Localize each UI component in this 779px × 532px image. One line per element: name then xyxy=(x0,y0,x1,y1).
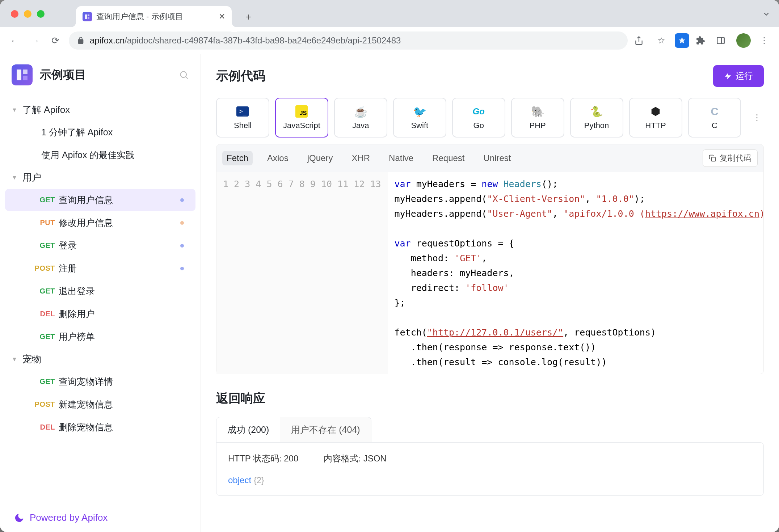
copy-code-button[interactable]: 复制代码 xyxy=(703,149,758,167)
lang-icon: ☕ xyxy=(354,105,367,118)
browser-tab[interactable]: 查询用户信息 - 示例项目 ✕ xyxy=(76,6,232,27)
item-label: 用户榜单 xyxy=(59,331,95,343)
lang-c[interactable]: CC xyxy=(688,98,741,138)
method-badge: GET xyxy=(26,196,55,204)
method-badge: GET xyxy=(26,287,55,295)
api-item[interactable]: DEL删除用户 xyxy=(5,303,195,325)
share-icon[interactable] xyxy=(634,36,648,45)
project-header: 示例项目 xyxy=(0,54,201,96)
reload-button[interactable]: ⟳ xyxy=(49,35,62,46)
lib-tab-fetch[interactable]: Fetch xyxy=(222,151,253,165)
lang-label: JavaScript xyxy=(283,121,320,130)
forward-button[interactable]: → xyxy=(28,35,42,46)
profile-avatar[interactable] xyxy=(736,33,751,48)
lang-icon: JS xyxy=(295,105,308,118)
code-content[interactable]: var myHeaders = new Headers(); myHeaders… xyxy=(388,172,764,374)
new-tab-button[interactable]: + xyxy=(240,8,257,26)
lang-javascript[interactable]: JSJavaScript xyxy=(275,98,328,138)
item-label: 修改用户信息 xyxy=(59,217,113,229)
api-item[interactable]: PUT修改用户信息 xyxy=(5,212,195,234)
api-item[interactable]: GET查询用户信息 xyxy=(5,189,195,211)
minimize-window[interactable] xyxy=(24,10,31,18)
tree-group[interactable]: ▼宠物 xyxy=(0,349,201,370)
svg-rect-12 xyxy=(712,157,716,161)
status-dot xyxy=(180,267,184,270)
lib-tab-xhr[interactable]: XHR xyxy=(347,151,374,165)
doc-item[interactable]: 1 分钟了解 Apifox xyxy=(5,121,195,143)
lang-label: C xyxy=(712,121,717,130)
schema-root[interactable]: object {2} xyxy=(228,475,752,485)
api-item[interactable]: DEL删除宠物信息 xyxy=(5,416,195,438)
lib-tab-unirest[interactable]: Unirest xyxy=(479,151,515,165)
lang-shell[interactable]: >_Shell xyxy=(216,98,269,138)
api-item[interactable]: GET用户榜单 xyxy=(5,326,195,348)
api-item[interactable]: GET退出登录 xyxy=(5,280,195,302)
sidebar: 示例项目 ▼了解 Apifox1 分钟了解 Apifox使用 Apifox 的最… xyxy=(0,54,201,532)
tree-group[interactable]: ▼用户 xyxy=(0,167,201,188)
method-badge: POST xyxy=(26,400,55,409)
group-label: 了解 Apifox xyxy=(22,104,70,116)
powered-by-link[interactable]: Powered by Apifox xyxy=(0,503,201,532)
lang-label: Python xyxy=(584,121,609,130)
browser-tab-strip: 查询用户信息 - 示例项目 ✕ + xyxy=(0,0,779,27)
lib-tab-request[interactable]: Request xyxy=(428,151,469,165)
lang-python[interactable]: 🐍Python xyxy=(570,98,623,138)
svg-rect-7 xyxy=(23,69,28,74)
back-button[interactable]: ← xyxy=(8,35,22,46)
api-item[interactable]: GET登录 xyxy=(5,235,195,257)
tabs-menu-icon[interactable] xyxy=(762,10,770,18)
item-label: 查询宠物详情 xyxy=(59,376,113,388)
code-sample: 1 2 3 4 5 6 7 8 9 10 11 12 13 var myHead… xyxy=(216,172,764,374)
close-tab-icon[interactable]: ✕ xyxy=(219,12,225,21)
api-item[interactable]: POST新建宠物信息 xyxy=(5,393,195,415)
response-tab[interactable]: 用户不存在 (404) xyxy=(280,417,371,442)
lib-tab-native[interactable]: Native xyxy=(384,151,418,165)
svg-point-9 xyxy=(181,72,186,77)
group-label: 用户 xyxy=(22,171,41,184)
response-tab[interactable]: 成功 (200) xyxy=(216,417,280,442)
method-badge: DEL xyxy=(26,310,55,318)
lang-icon: >_ xyxy=(236,105,249,118)
more-languages-icon[interactable]: ⋮ xyxy=(750,113,764,123)
window-controls xyxy=(11,10,45,18)
tab-title: 查询用户信息 - 示例项目 xyxy=(96,11,183,22)
project-title: 示例项目 xyxy=(40,67,172,83)
item-label: 退出登录 xyxy=(59,285,95,297)
svg-rect-1 xyxy=(88,14,89,16)
search-icon[interactable] xyxy=(179,70,189,80)
lang-label: Java xyxy=(352,121,369,130)
method-badge: POST xyxy=(26,264,55,273)
status-dot xyxy=(180,198,184,202)
lang-icon: 🐍 xyxy=(590,105,603,118)
side-panel-icon[interactable] xyxy=(716,36,730,45)
chevron-down-icon: ▼ xyxy=(12,356,17,363)
api-item[interactable]: POST注册 xyxy=(5,257,195,279)
tree-group[interactable]: ▼了解 Apifox xyxy=(0,99,201,121)
bookmark-icon[interactable]: ☆ xyxy=(654,35,668,46)
favicon xyxy=(83,12,92,21)
method-badge: GET xyxy=(26,333,55,341)
lock-icon xyxy=(77,37,85,45)
lang-http[interactable]: HTTP xyxy=(629,98,682,138)
lang-go[interactable]: GoGo xyxy=(452,98,505,138)
item-label: 1 分钟了解 Apifox xyxy=(41,126,113,138)
extensions-icon[interactable] xyxy=(696,36,709,45)
lib-tab-axios[interactable]: Axios xyxy=(263,151,293,165)
run-button[interactable]: 运行 xyxy=(713,65,764,87)
extension-apifox-icon[interactable] xyxy=(675,33,689,48)
group-label: 宠物 xyxy=(22,353,41,366)
browser-menu-icon[interactable]: ⋮ xyxy=(757,35,771,46)
item-label: 查询用户信息 xyxy=(59,194,113,206)
item-label: 注册 xyxy=(59,262,77,274)
close-window[interactable] xyxy=(11,10,18,18)
lang-php[interactable]: 🐘PHP xyxy=(511,98,564,138)
maximize-window[interactable] xyxy=(37,10,45,18)
address-bar[interactable]: apifox.cn/apidoc/shared-c49874fa-387b-43… xyxy=(69,31,628,50)
api-item[interactable]: GET查询宠物详情 xyxy=(5,371,195,393)
doc-item[interactable]: 使用 Apifox 的最佳实践 xyxy=(5,144,195,166)
lang-java[interactable]: ☕Java xyxy=(334,98,387,138)
lang-swift[interactable]: 🐦Swift xyxy=(393,98,446,138)
item-label: 删除宠物信息 xyxy=(59,421,113,433)
lib-tab-jquery[interactable]: jQuery xyxy=(303,151,337,165)
url-text: apifox.cn/apidoc/shared-c49874fa-387b-43… xyxy=(90,35,620,46)
